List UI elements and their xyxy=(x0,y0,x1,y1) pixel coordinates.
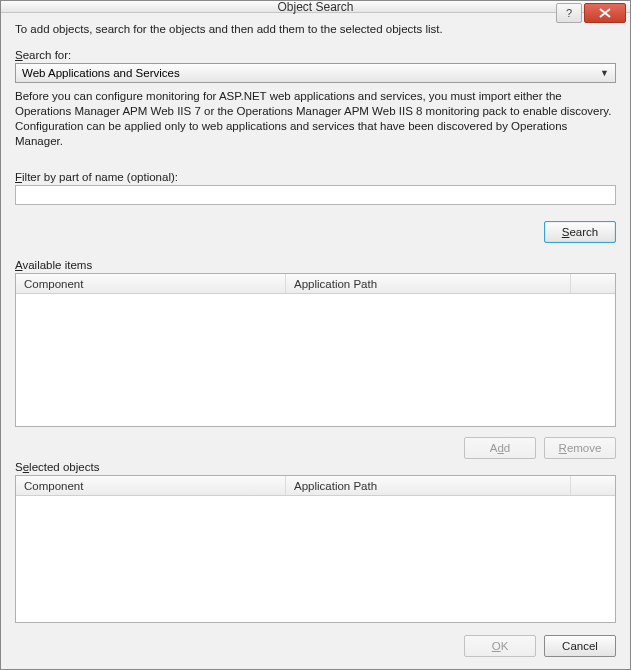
filter-input[interactable] xyxy=(15,185,616,205)
help-text: Before you can configure monitoring for … xyxy=(15,89,616,149)
window-title: Object Search xyxy=(277,0,353,14)
selected-objects-list[interactable]: Component Application Path xyxy=(15,475,616,623)
available-items-label: Available items xyxy=(15,259,616,271)
object-search-dialog: Object Search ? To add objects, search f… xyxy=(0,0,631,670)
remove-button[interactable]: Remove xyxy=(544,437,616,459)
selected-header: Component Application Path xyxy=(16,476,615,496)
add-remove-row: Add Remove xyxy=(15,437,616,459)
available-col-spacer xyxy=(571,274,615,293)
search-for-label: Search for: xyxy=(15,49,616,61)
search-for-value: Web Applications and Services xyxy=(22,67,180,79)
available-col-apppath[interactable]: Application Path xyxy=(286,274,571,293)
close-button[interactable] xyxy=(584,3,626,23)
titlebar-controls: ? xyxy=(554,3,626,23)
selected-col-spacer xyxy=(571,476,615,495)
search-for-dropdown[interactable]: Web Applications and Services ▼ xyxy=(15,63,616,83)
search-button-row: Search xyxy=(15,221,616,243)
content-area: To add objects, search for the objects a… xyxy=(1,13,630,669)
selected-objects-label: Selected objects xyxy=(15,461,616,473)
filter-row: Filter by part of name (optional): xyxy=(15,171,616,205)
titlebar: Object Search ? xyxy=(1,1,630,13)
help-icon: ? xyxy=(566,7,572,19)
close-icon xyxy=(599,8,611,18)
selected-col-component[interactable]: Component xyxy=(16,476,286,495)
footer-buttons: OK Cancel xyxy=(15,635,616,657)
help-button[interactable]: ? xyxy=(556,3,582,23)
available-header: Component Application Path xyxy=(16,274,615,294)
search-for-row: Search for: Web Applications and Service… xyxy=(15,49,616,83)
chevron-down-icon: ▼ xyxy=(600,68,609,78)
selected-body xyxy=(16,496,615,622)
add-button[interactable]: Add xyxy=(464,437,536,459)
available-body xyxy=(16,294,615,426)
filter-label: Filter by part of name (optional): xyxy=(15,171,616,183)
search-button[interactable]: Search xyxy=(544,221,616,243)
ok-button[interactable]: OK xyxy=(464,635,536,657)
cancel-button[interactable]: Cancel xyxy=(544,635,616,657)
instruction-text: To add objects, search for the objects a… xyxy=(15,23,616,35)
available-col-component[interactable]: Component xyxy=(16,274,286,293)
selected-col-apppath[interactable]: Application Path xyxy=(286,476,571,495)
available-items-list[interactable]: Component Application Path xyxy=(15,273,616,427)
